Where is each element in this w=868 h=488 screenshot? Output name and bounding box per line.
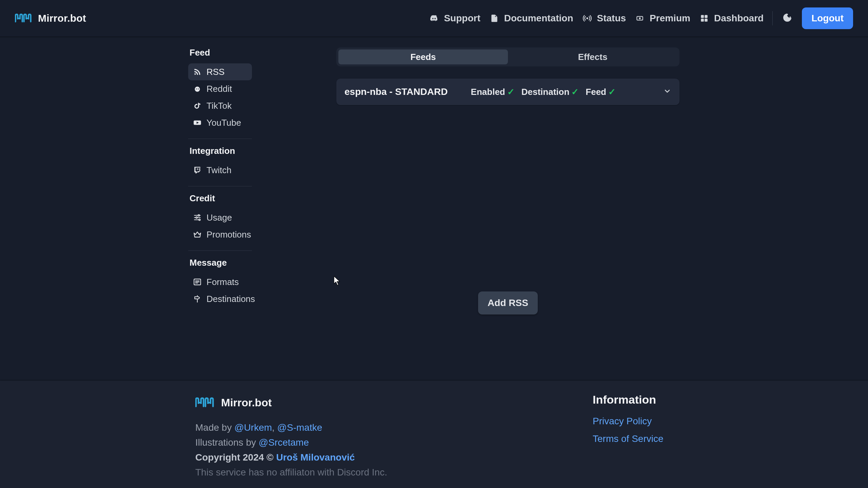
crown-icon [193,230,202,239]
nav-premium-label: Premium [650,13,690,24]
tab-feeds[interactable]: Feeds [338,49,508,64]
nav-documentation[interactable]: Documentation [489,13,573,24]
rss-icon [193,67,202,76]
sidebar-title-message: Message [188,258,252,268]
footer-disclaimer: This service has no affiliaton with Disc… [195,467,387,478]
sidebar-item-label: Reddit [206,84,232,94]
brand-name: Mirror.bot [38,13,86,24]
brand-logo-icon [195,393,214,412]
dashboard-icon [699,13,709,23]
sidebar-divider [188,186,252,186]
sidebar-item-rss[interactable]: RSS [188,63,252,80]
tab-effects-label: Effects [578,52,608,62]
tab-effects[interactable]: Effects [508,49,677,64]
list-icon [193,278,202,286]
footer-madeby-link1[interactable]: @Urkem [234,422,272,433]
sidebar-item-youtube[interactable]: YouTube [188,114,252,131]
app-header: Mirror.bot Support Documentation Status [0,0,868,37]
footer-madeby-sep: , [272,422,277,433]
footer-madeby-prefix: Made by [195,422,234,433]
nav-divider [772,11,773,25]
status-destination: Destination ✓ [521,87,579,97]
sidebar-item-label: RSS [206,67,224,77]
sidebar: Feed RSS Reddit TikTok [188,47,252,307]
sidebar-item-promotions[interactable]: Promotions [188,226,252,243]
footer-brand: Mirror.bot [195,393,387,412]
status-feed: Feed ✓ [586,87,616,97]
footer-madeby-link2[interactable]: @S-matke [277,422,322,433]
sidebar-item-label: Usage [206,212,232,223]
footer-copyright-prefix: Copyright 2024 © [195,452,276,463]
tabs: Feeds Effects [336,47,679,66]
nav-dashboard[interactable]: Dashboard [699,13,764,24]
footer-illustrations-link[interactable]: @Srcetame [259,437,309,448]
sidebar-item-label: Promotions [206,229,251,240]
footer-tos-link[interactable]: Terms of Service [593,433,701,444]
status-enabled: Enabled ✓ [471,87,515,97]
footer-brand-name: Mirror.bot [221,396,272,409]
sidebar-item-tiktok[interactable]: TikTok [188,97,252,114]
footer-madeby: Made by @Urkem, @S-matke [195,422,387,433]
nav-status[interactable]: Status [582,13,626,24]
page-body: Feed RSS Reddit TikTok [0,37,868,47]
sidebar-title-feed: Feed [188,47,252,58]
broadcast-icon [582,13,592,23]
footer: Mirror.bot Made by @Urkem, @S-matke Illu… [0,381,868,488]
sidebar-item-label: Twitch [206,165,232,176]
premium-icon [635,13,645,23]
signpost-icon [193,294,202,303]
svg-rect-3 [701,15,704,18]
check-icon: ✓ [608,87,616,97]
sidebar-item-label: Formats [206,277,239,287]
logout-button[interactable]: Logout [802,7,853,29]
footer-illustrations: Illustrations by @Srcetame [195,437,387,448]
svg-point-9 [195,87,200,92]
twitch-icon [193,166,202,175]
sidebar-item-usage[interactable]: Usage [188,209,252,226]
footer-copyright-link[interactable]: Uroš Milovanović [276,452,355,463]
expand-toggle[interactable] [663,88,671,96]
check-icon: ✓ [571,87,579,97]
nav-support-label: Support [444,13,480,24]
add-rss-label: Add RSS [488,298,528,308]
svg-point-2 [639,17,640,19]
footer-info-title: Information [593,393,701,406]
sidebar-item-label: YouTube [206,118,241,128]
theme-toggle[interactable] [782,13,793,24]
footer-copyright: Copyright 2024 © Uroš Milovanović [195,452,387,463]
status-label: Destination [521,87,570,97]
svg-rect-6 [705,19,708,22]
svg-point-10 [199,86,200,87]
reddit-icon [193,84,202,93]
sidebar-divider [188,250,252,251]
discord-icon [429,13,439,23]
theme-icon [782,12,793,24]
sliders-icon [193,213,202,222]
add-rss-button[interactable]: Add RSS [478,291,538,314]
main-content: Feeds Effects espn-nba - STANDARD Enable… [336,47,679,314]
feed-row[interactable]: espn-nba - STANDARD Enabled ✓ Destinatio… [336,79,679,105]
status-label: Feed [586,87,606,97]
nav-documentation-label: Documentation [504,13,573,24]
nav-support[interactable]: Support [429,13,480,24]
status-label: Enabled [471,87,505,97]
nav-premium[interactable]: Premium [635,13,690,24]
sidebar-title-credit: Credit [188,193,252,204]
feed-status-group: Enabled ✓ Destination ✓ Feed ✓ [471,87,616,97]
add-button-row: Add RSS [336,291,679,314]
sidebar-item-twitch[interactable]: Twitch [188,162,252,179]
footer-privacy-link[interactable]: Privacy Policy [593,416,701,427]
sidebar-item-reddit[interactable]: Reddit [188,80,252,97]
check-icon: ✓ [507,87,515,97]
brand[interactable]: Mirror.bot [15,10,86,27]
chevron-down-icon [663,87,671,97]
svg-rect-5 [701,19,704,22]
sidebar-item-label: TikTok [206,101,232,111]
document-icon [489,13,499,23]
footer-right: Information Privacy Policy Terms of Serv… [593,393,701,482]
sidebar-item-destinations[interactable]: Destinations [188,290,252,307]
nav-dashboard-label: Dashboard [714,13,764,24]
sidebar-item-formats[interactable]: Formats [188,273,252,290]
brand-logo-icon [15,10,32,27]
sidebar-title-integration: Integration [188,146,252,156]
